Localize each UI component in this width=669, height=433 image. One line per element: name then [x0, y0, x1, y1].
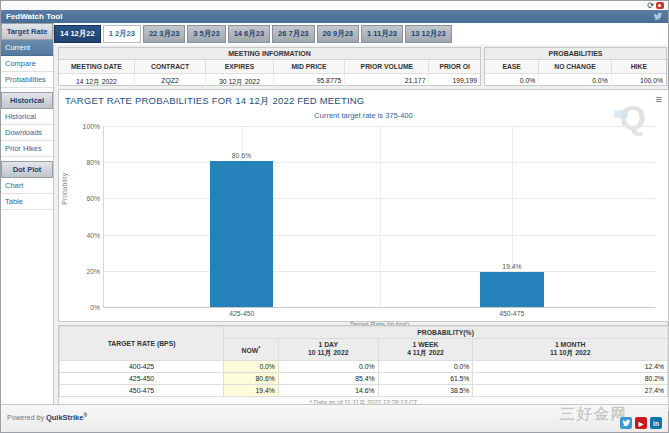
target-rate-col-header: TARGET RATE (BPS): [60, 327, 224, 361]
y-tick: 0%: [72, 304, 100, 311]
powered-by-text: Powered by: [7, 414, 44, 421]
linkedin-icon[interactable]: in: [650, 417, 662, 429]
sidebar: Target Rate Current Compare Probabilitie…: [1, 23, 54, 404]
youtube-icon[interactable]: ▶: [635, 417, 647, 429]
bar-group-425-450: 80.6%: [210, 126, 273, 307]
mid-price-value: 95.8775: [274, 74, 346, 90]
probabilities-title: PROBABILITIES: [485, 48, 666, 60]
footer-bar: Powered by QuikStrike® 三好金网 ▶ in: [1, 404, 668, 432]
now-cell: 19.4%: [224, 385, 279, 397]
sidebar-header-dot-plot[interactable]: Dot Plot: [1, 161, 53, 178]
sidebar-item-probabilities[interactable]: Probabilities: [1, 72, 53, 88]
tab-meeting-8[interactable]: 13 12月23: [405, 25, 452, 43]
probability-bar[interactable]: [480, 272, 543, 307]
y-tick: 80%: [72, 159, 100, 166]
bar-value-label: 80.6%: [232, 152, 251, 159]
main-content: MEETING INFORMATION MEETING DATE CONTRAC…: [54, 45, 668, 404]
app-title-bar: FedWatch Tool: [1, 10, 668, 23]
tab-meeting-0[interactable]: 14 12月22: [54, 25, 101, 43]
tab-meeting-5[interactable]: 26 7月23: [272, 25, 314, 43]
table-row: 450-475 19.4% 14.6% 38.5% 27.4%: [60, 385, 668, 397]
meeting-date-value: 14 12月 2022: [59, 74, 135, 90]
prior-oi-value: 199,199: [429, 74, 480, 90]
prior-volume-value: 21,177: [345, 74, 429, 90]
col-header: EXPIRES: [206, 60, 273, 74]
sidebar-item-compare[interactable]: Compare: [1, 56, 53, 72]
meeting-information-panel: MEETING INFORMATION MEETING DATE CONTRAC…: [58, 47, 481, 86]
hike-value: 100.0%: [612, 74, 666, 87]
quikstrike-brand[interactable]: QuikStrike®: [46, 413, 87, 422]
ease-value: 0.0%: [485, 74, 539, 87]
sidebar-item-table[interactable]: Table: [1, 194, 53, 210]
header-text: 1 WEEK: [382, 341, 470, 348]
col-header: MEETING DATE: [59, 60, 135, 74]
header-date: 10 11月 2022: [282, 348, 375, 358]
linkedin-glyph: in: [653, 420, 659, 427]
now-col-header: NOW*: [224, 339, 279, 361]
play-icon: ▶: [639, 420, 644, 427]
red-plugin-icon[interactable]: [656, 2, 664, 9]
now-cell: 80.6%: [224, 373, 279, 385]
expires-value: 30 12月 2022: [206, 74, 273, 90]
y-axis-label: Probability: [61, 172, 68, 204]
chart-menu-icon[interactable]: ≡: [656, 94, 662, 104]
x-category-label: 425-450: [229, 310, 254, 317]
month-cell: 27.4%: [473, 385, 668, 397]
table-row: 425-450 80.6% 85.4% 61.5% 80.2%: [60, 373, 668, 385]
month-cell: 80.2%: [473, 373, 668, 385]
chart-title: TARGET RATE PROBABILITIES FOR 14 12月 202…: [59, 90, 668, 108]
browser-strip: ⟳: [1, 1, 668, 10]
now-cell: 0.0%: [224, 361, 279, 373]
sidebar-item-downloads[interactable]: Downloads: [1, 125, 53, 141]
tab-meeting-1[interactable]: 1 2月23: [103, 25, 141, 43]
powered-by: Powered by QuikStrike®: [7, 411, 87, 422]
day-cell: 14.6%: [278, 385, 378, 397]
sidebar-item-prior-hikes[interactable]: Prior Hikes: [1, 141, 53, 157]
sidebar-item-current[interactable]: Current: [1, 40, 53, 56]
no-change-value: 0.0%: [539, 74, 611, 87]
site-watermark: 三好金网: [560, 405, 628, 424]
tab-meeting-3[interactable]: 3 5月23: [187, 25, 225, 43]
reload-icon[interactable]: ⟳: [647, 1, 654, 10]
sidebar-item-historical[interactable]: Historical: [1, 109, 53, 125]
meeting-information-values: 14 12月 2022 ZQZ2 30 12月 2022 95.8775 21,…: [59, 74, 480, 90]
twitter-icon[interactable]: [620, 417, 632, 429]
sidebar-header-target-rate[interactable]: Target Rate: [1, 23, 53, 40]
app-title: FedWatch Tool: [6, 12, 62, 21]
twitter-bird-icon: [622, 419, 631, 427]
tab-meeting-7[interactable]: 1 11月23: [361, 25, 403, 43]
tab-meeting-2[interactable]: 22 3月23: [143, 25, 185, 43]
probability-bar[interactable]: [210, 161, 273, 307]
chart-plot-area: 100% 80% 60% 40% 20% 0% Probability 80.6…: [103, 126, 655, 308]
day-col-header: 1 DAY10 11月 2022: [278, 339, 378, 361]
table-row: 400-425 0.0% 0.0% 0.0% 12.4%: [60, 361, 668, 373]
week-cell: 61.5%: [378, 373, 473, 385]
meeting-information-title: MEETING INFORMATION: [59, 48, 480, 60]
col-header: NO CHANGE: [539, 60, 611, 74]
contract-value: ZQZ2: [135, 74, 207, 90]
tab-meeting-4[interactable]: 14 6月23: [228, 25, 270, 43]
meeting-tabs: 14 12月22 1 2月23 22 3月23 3 5月23 14 6月23 2…: [54, 23, 668, 45]
fedwatch-window: ⟳ FedWatch Tool 14 12月22 1 2月23 22 3月23 …: [0, 0, 669, 433]
col-header: PRIOR OI: [429, 60, 480, 74]
header-date: 4 11月 2022: [382, 348, 470, 358]
social-icons: ▶ in: [620, 417, 662, 429]
sidebar-header-historical[interactable]: Historical: [1, 92, 53, 109]
header-text: NOW: [242, 347, 259, 354]
twitter-bird-icon[interactable]: [653, 12, 663, 21]
sidebar-item-chart[interactable]: Chart: [1, 178, 53, 194]
col-header: MID PRICE: [274, 60, 346, 74]
gridline: [380, 126, 381, 307]
meeting-information-headers: MEETING DATE CONTRACT EXPIRES MID PRICE …: [59, 60, 480, 74]
day-cell: 0.0%: [278, 361, 378, 373]
tab-meeting-6[interactable]: 20 9月23: [317, 25, 359, 43]
y-tick: 60%: [72, 195, 100, 202]
header-text: 1 DAY: [282, 341, 375, 348]
probabilities-summary-panel: PROBABILITIES EASE NO CHANGE HIKE 0.0% 0…: [484, 47, 667, 86]
week-cell: 0.0%: [378, 361, 473, 373]
rate-cell: 400-425: [60, 361, 224, 373]
header-text: 1 MONTH: [476, 341, 664, 348]
day-cell: 85.4%: [278, 373, 378, 385]
y-tick: 100%: [72, 123, 100, 130]
col-header: HIKE: [612, 60, 666, 74]
